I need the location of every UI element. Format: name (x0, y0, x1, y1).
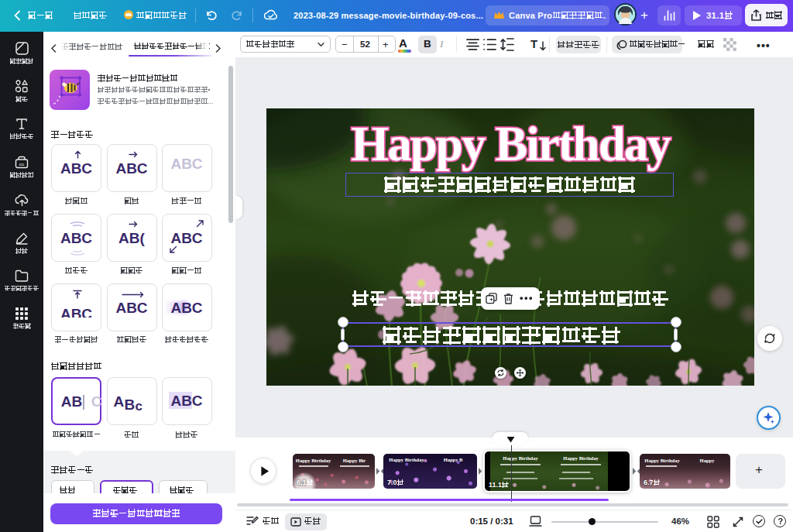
svg-text:co: co (19, 162, 25, 166)
svg-text:Happy Birthday: Happy Birthday (351, 117, 671, 171)
